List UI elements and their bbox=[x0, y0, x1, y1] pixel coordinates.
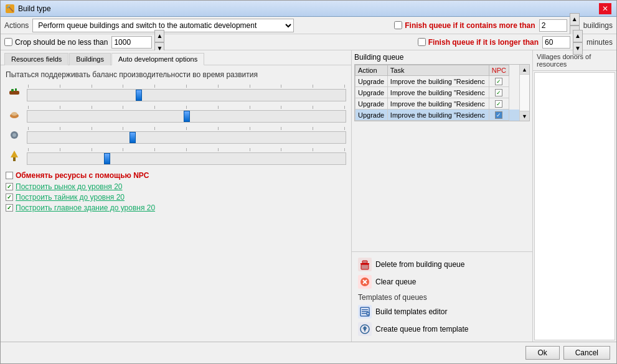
balance-text: Пытаться поддерживать баланс производите… bbox=[6, 70, 346, 79]
delete-from-queue-button[interactable]: Delete from building queue bbox=[354, 256, 530, 273]
clay-icon bbox=[6, 105, 23, 123]
build-main-checkbox[interactable]: ✓ bbox=[6, 204, 13, 212]
scroll-up-btn[interactable]: ▲ bbox=[520, 65, 529, 75]
villages-title: Villages donors of resources bbox=[533, 50, 616, 71]
bottom-bar: Ok Cancel bbox=[1, 342, 616, 363]
crop-value-input[interactable] bbox=[111, 36, 152, 49]
slider-row-iron bbox=[6, 126, 346, 144]
window-title: Build type bbox=[18, 4, 51, 13]
svg-point-4 bbox=[11, 112, 17, 116]
finish-queue-1-label[interactable]: Finish queue if it contains more than bbox=[394, 21, 535, 30]
build-templates-editor-button[interactable]: Build templates editor bbox=[354, 303, 530, 320]
slider-row-wood bbox=[6, 84, 346, 101]
actions-label: Actions bbox=[4, 21, 29, 30]
main-content: Resources fields Buildings Auto developm… bbox=[1, 50, 616, 342]
queue-row-2[interactable]: Upgrade Improve the building "Residenc ✓ bbox=[356, 87, 519, 98]
col-task: Task bbox=[387, 65, 489, 76]
window-icon: 🔨 bbox=[6, 4, 14, 13]
villages-panel: Villages donors of resources bbox=[532, 50, 616, 342]
queue-title: Building queue bbox=[354, 53, 530, 62]
npc-exchange-checkbox[interactable] bbox=[6, 172, 13, 179]
build-item-market: ✓ Построить рынок до уровня 20 bbox=[6, 182, 346, 191]
col-action: Action bbox=[356, 65, 388, 76]
tab-buildings[interactable]: Buildings bbox=[69, 53, 111, 65]
queue-table-wrap: Action Task NPC Upgrade Improve the buil… bbox=[354, 64, 530, 121]
left-panel: Resources fields Buildings Auto developm… bbox=[1, 50, 352, 342]
tab-content-auto-dev: Пытаться поддерживать баланс производите… bbox=[1, 65, 351, 342]
svg-rect-7 bbox=[13, 157, 16, 161]
delete-label: Delete from building queue bbox=[375, 260, 464, 269]
svg-marker-8 bbox=[11, 151, 18, 157]
tabs-bar: Resources fields Buildings Auto developm… bbox=[1, 50, 351, 65]
svg-rect-11 bbox=[361, 264, 369, 269]
templates-editor-icon bbox=[358, 305, 372, 319]
templates-editor-label: Build templates editor bbox=[375, 307, 447, 316]
building-queue-section: Building queue Action Task NPC bbox=[352, 50, 532, 251]
build-item-main: ✓ Построить главное здание до уровня 20 bbox=[6, 203, 346, 212]
npc-exchange-label: Обменять ресурсы с помощью NPC bbox=[16, 171, 149, 180]
right-panel: Building queue Action Task NPC bbox=[352, 50, 532, 342]
slider-row-clay bbox=[6, 105, 346, 123]
svg-rect-18 bbox=[362, 313, 366, 314]
buildings-label: buildings bbox=[583, 21, 613, 30]
finish-queue-1-checkbox[interactable] bbox=[394, 21, 402, 29]
svg-rect-10 bbox=[362, 261, 367, 263]
create-queue-icon bbox=[358, 322, 372, 336]
minutes-count-input[interactable] bbox=[542, 36, 570, 49]
minutes-up-btn[interactable]: ▲ bbox=[573, 30, 583, 42]
tab-resources[interactable]: Resources fields bbox=[4, 53, 68, 65]
cancel-button[interactable]: Cancel bbox=[563, 346, 610, 360]
crop-checkbox[interactable] bbox=[4, 38, 12, 46]
build-stash-label: Построить тайник до уровня 20 bbox=[16, 193, 125, 202]
build-market-checkbox[interactable]: ✓ bbox=[6, 183, 13, 190]
build-main-label: Построить главное здание до уровня 20 bbox=[16, 203, 155, 212]
buildings-up-btn[interactable]: ▲ bbox=[570, 13, 580, 26]
svg-rect-17 bbox=[362, 311, 368, 312]
scroll-header bbox=[509, 65, 519, 76]
toolbar: Actions Perform queue buildings and swit… bbox=[1, 17, 616, 34]
clay-slider[interactable] bbox=[27, 110, 346, 123]
templates-title: Templates of queues bbox=[354, 291, 530, 303]
queue-row-4[interactable]: Upgrade Improve the building "Residenc ✓ bbox=[356, 110, 519, 121]
tab-auto-dev[interactable]: Auto development options bbox=[111, 53, 204, 65]
create-queue-from-template-button[interactable]: Create queue from template bbox=[354, 320, 530, 338]
build-stash-checkbox[interactable]: ✓ bbox=[6, 194, 13, 201]
svg-rect-16 bbox=[362, 309, 368, 310]
queue-scrollbar[interactable]: ▲ ▼ bbox=[519, 65, 529, 121]
crop-slider[interactable] bbox=[27, 152, 346, 165]
build-market-label: Построить рынок до уровня 20 bbox=[16, 182, 123, 191]
queue-table: Action Task NPC Upgrade Improve the buil… bbox=[355, 65, 519, 121]
wood-slider[interactable] bbox=[27, 89, 346, 101]
build-item-stash: ✓ Построить тайник до уровня 20 bbox=[6, 193, 346, 202]
finish-queue-2-label[interactable]: Finish queue if it is longer than bbox=[418, 38, 539, 47]
ok-button[interactable]: Ok bbox=[525, 346, 560, 360]
queue-row-3[interactable]: Upgrade Improve the building "Residenc ✓ bbox=[356, 98, 519, 110]
action-buttons-section: Delete from building queue Clear queue T… bbox=[352, 251, 532, 342]
svg-rect-2 bbox=[15, 88, 17, 91]
slider-row-crop bbox=[6, 147, 346, 165]
toolbar-row2: Crop should be no less than ▲ ▼ Finish q… bbox=[1, 34, 616, 50]
svg-point-23 bbox=[364, 328, 366, 330]
svg-point-6 bbox=[12, 133, 16, 137]
crop-label[interactable]: Crop should be no less than bbox=[4, 38, 108, 47]
npc-section: Обменять ресурсы с помощью NPC ✓ Построи… bbox=[6, 171, 346, 212]
crop-up-btn[interactable]: ▲ bbox=[154, 30, 164, 42]
clear-label: Clear queue bbox=[375, 278, 416, 286]
crop-icon bbox=[6, 147, 23, 165]
main-window: 🔨 Build type ✕ Actions Perform queue bui… bbox=[0, 0, 617, 364]
iron-slider[interactable] bbox=[27, 131, 346, 144]
minutes-label: minutes bbox=[586, 38, 613, 47]
scroll-down-btn[interactable]: ▼ bbox=[520, 111, 529, 121]
finish-queue-2-checkbox[interactable] bbox=[418, 38, 426, 46]
iron-icon bbox=[6, 126, 23, 144]
clear-queue-button[interactable]: Clear queue bbox=[354, 273, 530, 291]
col-npc: NPC bbox=[489, 65, 509, 76]
create-queue-label: Create queue from template bbox=[375, 325, 468, 334]
clear-icon bbox=[358, 275, 372, 289]
svg-rect-0 bbox=[9, 91, 19, 95]
svg-rect-1 bbox=[11, 89, 14, 91]
queue-row-1[interactable]: Upgrade Improve the building "Residenc ✓ bbox=[356, 76, 519, 87]
villages-list bbox=[534, 72, 615, 340]
wood-icon bbox=[6, 84, 23, 101]
delete-icon bbox=[358, 258, 372, 271]
